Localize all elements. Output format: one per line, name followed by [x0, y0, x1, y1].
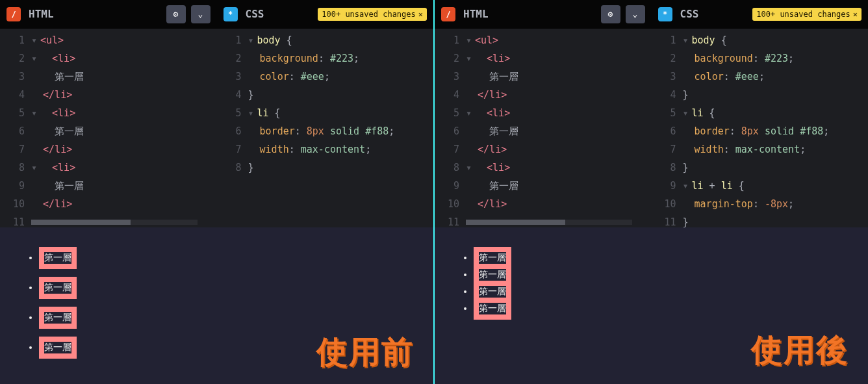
- list-item: 第一層: [39, 247, 77, 269]
- html-header: / HTML ⚙ ⌄: [0, 0, 217, 29]
- html-gutter: 1234567891011: [0, 29, 31, 227]
- right-panel: / HTML ⚙ ⌄ 1234567891011 ▾<ul> ▾ <li> 第一…: [435, 0, 868, 384]
- list-item: 第一層: [474, 298, 511, 320]
- close-icon[interactable]: ✕: [418, 10, 423, 19]
- html-header-r: / HTML ⚙ ⌄: [435, 0, 652, 29]
- gear-icon[interactable]: ⚙: [166, 5, 186, 23]
- html-code-left[interactable]: 1234567891011 ▾<ul> ▾ <li> 第一層 </li> ▾ <…: [0, 29, 217, 227]
- html-code-right[interactable]: 1234567891011 ▾<ul> ▾ <li> 第一層 </li> ▾ <…: [435, 29, 652, 227]
- output-left: 第一層 第一層 第一層 第一層 使用前: [0, 227, 433, 384]
- css-title: CSS: [246, 8, 264, 20]
- css-editor-left: * CSS 100+ unsaved changes✕ 12345678 ▾bo…: [217, 0, 434, 227]
- html-icon: /: [441, 7, 455, 21]
- html-title: HTML: [29, 8, 54, 20]
- chevron-down-icon[interactable]: ⌄: [626, 5, 645, 23]
- close-icon[interactable]: ✕: [853, 10, 858, 19]
- unsaved-badge: 100+ unsaved changes✕: [752, 8, 862, 21]
- css-header: * CSS 100+ unsaved changes✕: [217, 0, 434, 29]
- css-code-body[interactable]: ▾body { background: #223; color: #eee; }…: [248, 29, 434, 227]
- demo-list-after: 第一層 第一層 第一層 第一層: [461, 247, 842, 320]
- chevron-down-icon[interactable]: ⌄: [191, 5, 211, 23]
- right-editors: / HTML ⚙ ⌄ 1234567891011 ▾<ul> ▾ <li> 第一…: [435, 0, 868, 227]
- list-item: 第一層: [39, 307, 77, 329]
- html-editor-left: / HTML ⚙ ⌄ 1234567891011 ▾<ul> ▾ <li> 第一…: [0, 0, 217, 227]
- css-icon: *: [223, 7, 238, 21]
- left-editors: / HTML ⚙ ⌄ 1234567891011 ▾<ul> ▾ <li> 第一…: [0, 0, 433, 227]
- list-item: 第一層: [39, 337, 77, 359]
- css-editor-right: * CSS 100+ unsaved changes✕ 123456789101…: [652, 0, 869, 227]
- css-code-right[interactable]: 1234567891011 ▾body { background: #223; …: [652, 29, 869, 227]
- css-header-r: * CSS 100+ unsaved changes✕: [652, 0, 869, 29]
- label-after: 使用後: [751, 329, 849, 371]
- css-gutter: 12345678: [217, 29, 248, 227]
- html-code-body[interactable]: ▾<ul> ▾ <li> 第一層 </li> ▾ <li> 第一層 </li> …: [31, 29, 217, 227]
- html-title: HTML: [463, 8, 489, 20]
- unsaved-badge: 100+ unsaved changes✕: [318, 8, 427, 21]
- html-icon: /: [6, 7, 21, 21]
- html-scrollbar-r[interactable]: [466, 220, 632, 225]
- html-scrollbar[interactable]: [31, 220, 198, 225]
- output-right: 第一層 第一層 第一層 第一層 使用後: [435, 227, 868, 384]
- html-code-body-r[interactable]: ▾<ul> ▾ <li> 第一層 </li> ▾ <li> 第一層 </li> …: [466, 29, 652, 227]
- html-gutter-r: 1234567891011: [435, 29, 466, 227]
- left-panel: / HTML ⚙ ⌄ 1234567891011 ▾<ul> ▾ <li> 第一…: [0, 0, 433, 384]
- html-editor-right: / HTML ⚙ ⌄ 1234567891011 ▾<ul> ▾ <li> 第一…: [435, 0, 652, 227]
- css-code-left[interactable]: 12345678 ▾body { background: #223; color…: [217, 29, 434, 227]
- label-before: 使用前: [316, 331, 414, 373]
- main-wrap: / HTML ⚙ ⌄ 1234567891011 ▾<ul> ▾ <li> 第一…: [0, 0, 868, 384]
- css-icon: *: [658, 7, 672, 21]
- css-title: CSS: [680, 8, 699, 20]
- css-gutter-r: 1234567891011: [652, 29, 683, 227]
- gear-icon[interactable]: ⚙: [601, 5, 620, 23]
- list-item: 第一層: [39, 277, 77, 299]
- css-code-body-r[interactable]: ▾body { background: #223; color: #eee; }…: [683, 29, 869, 227]
